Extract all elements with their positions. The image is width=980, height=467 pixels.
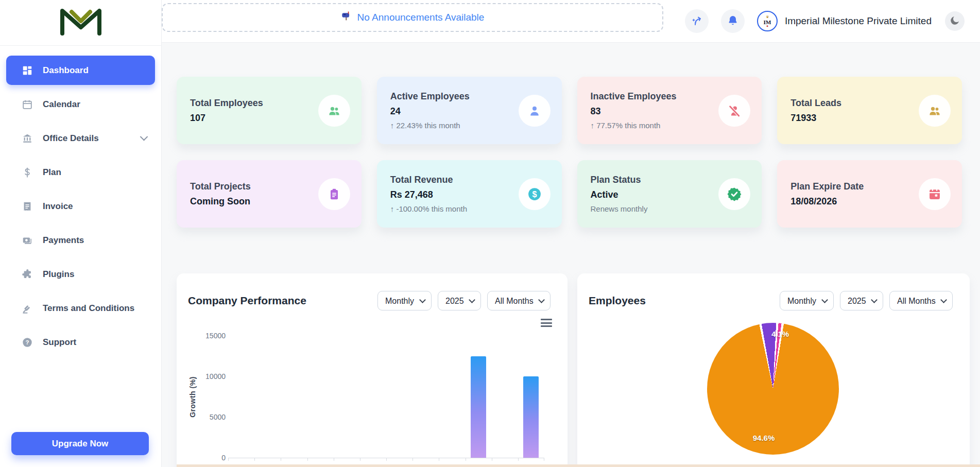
- performance-filter-all-months[interactable]: All Months: [487, 291, 551, 310]
- bar-chart-plot-area: [228, 336, 544, 458]
- y-axis-tick: 5000: [195, 413, 226, 421]
- green-m-monogram-logo: [56, 6, 106, 40]
- upgrade-now-button[interactable]: Upgrade Now: [11, 432, 149, 455]
- pie-slice-label: 4.1%: [771, 330, 789, 338]
- dark-mode-toggle[interactable]: [945, 11, 965, 31]
- stat-card-inactive-employees: Inactive Employees 83 ↑ 77.57% this mont…: [577, 77, 762, 144]
- company-logo-avatar[interactable]: ♛ IM ◆: [757, 11, 778, 31]
- employees-title: Employees: [589, 295, 646, 307]
- sidebar-item-invoice[interactable]: Invoice: [6, 192, 155, 221]
- bank-icon: [21, 132, 33, 145]
- x-axis-tick: [254, 458, 255, 461]
- stat-card-total-employees: Total Employees 107: [177, 77, 362, 144]
- x-axis-tick: [386, 458, 387, 461]
- bell-icon: [727, 14, 739, 28]
- employees-filter-monthly[interactable]: Monthly: [780, 291, 834, 310]
- stat-card-total-projects: Total Projects Coming Soon: [177, 160, 362, 228]
- performance-filter-wrap-2025: 2025: [438, 291, 481, 310]
- sidebar-item-label: Invoice: [43, 201, 73, 212]
- sidebar-item-label: Calendar: [43, 99, 80, 110]
- payments-icon: [21, 234, 33, 247]
- sparkle-arrow-icon: [691, 14, 703, 28]
- x-axis-tick: [307, 458, 308, 461]
- employees-filter-wrap-2025: 2025: [840, 291, 883, 310]
- x-axis-tick: [360, 458, 360, 461]
- x-axis-tick: [544, 458, 544, 461]
- company-performance-card: Company Performance Monthly2025All Month…: [177, 273, 568, 467]
- topbar: No Announcements Available: [162, 0, 980, 43]
- bar-dec: [523, 376, 539, 458]
- announcement-text: No Announcements Available: [357, 12, 485, 23]
- chevron-down-icon: [140, 133, 148, 141]
- sidebar-logo: [0, 0, 161, 46]
- y-axis-tick: 0: [195, 454, 226, 462]
- stat-card-plan-expire-date: Plan Expire Date 18/08/2026: [777, 160, 962, 228]
- sparkle-arrow-button[interactable]: [685, 9, 709, 33]
- y-axis-tick: 15000: [195, 332, 226, 340]
- svg-text:◆: ◆: [766, 25, 768, 27]
- question-icon: ?: [21, 336, 33, 349]
- performance-filter-monthly[interactable]: Monthly: [377, 291, 432, 310]
- stats-grid: Total Employees 107 Active Employees 24 …: [177, 77, 962, 228]
- calendar-icon: [21, 98, 33, 111]
- stat-card-total-leads: Total Leads 71933: [777, 77, 962, 144]
- sidebar-item-calendar[interactable]: Calendar: [6, 90, 155, 119]
- sidebar-item-office-details[interactable]: Office Details: [6, 124, 155, 153]
- charts-row: Company Performance Monthly2025All Month…: [177, 273, 980, 467]
- stat-card-plan-status: Plan Status Active Renews monthly: [577, 160, 762, 228]
- calendar-solid-icon: [919, 178, 951, 210]
- employees-filter-all-months[interactable]: All Months: [889, 291, 953, 310]
- main-area: No Announcements Available: [162, 0, 980, 467]
- employees-filter-2025[interactable]: 2025: [840, 291, 883, 310]
- y-axis-label: Growth (%): [188, 376, 197, 418]
- performance-filter-wrap-monthly: Monthly: [377, 291, 432, 310]
- cutoff-content-strip: [177, 464, 980, 467]
- dollar-icon: [21, 166, 33, 179]
- employees-filters: Monthly2025All Months: [780, 291, 953, 310]
- x-axis-tick: [466, 458, 466, 461]
- sidebar-item-support[interactable]: ? Support: [6, 327, 155, 357]
- people-icon: [318, 95, 350, 127]
- x-axis-tick: [334, 458, 334, 461]
- employees-card: Employees Monthly2025All Months 4.1% 94.…: [577, 273, 970, 467]
- x-axis-tick: [228, 458, 229, 461]
- svg-text:♛: ♛: [766, 15, 769, 19]
- sidebar: Dashboard Calendar Office Details Plan I…: [0, 0, 162, 467]
- invoice-icon: [21, 200, 33, 213]
- puzzle-icon: [21, 268, 33, 281]
- topbar-actions: ♛ IM ◆ Imperial Milestone Private Limite…: [673, 0, 980, 42]
- stat-card-active-employees: Active Employees 24 ↑ 22.43% this month: [377, 77, 562, 144]
- svg-text:$: $: [532, 189, 537, 198]
- y-axis-tick: 10000: [195, 372, 226, 380]
- sidebar-item-dashboard[interactable]: Dashboard: [6, 56, 155, 85]
- dashboard-grid-icon: [21, 64, 33, 77]
- sidebar-item-payments[interactable]: Payments: [6, 226, 155, 255]
- sidebar-item-plan[interactable]: Plan: [6, 158, 155, 187]
- x-axis-tick: [281, 458, 281, 461]
- pie-slice-label: 94.6%: [753, 434, 775, 442]
- dashboard-app: Dashboard Calendar Office Details Plan I…: [0, 0, 980, 467]
- company-name: Imperial Milestone Private Limited: [785, 15, 932, 27]
- sidebar-item-label: Dashboard: [43, 65, 89, 76]
- x-axis-tick: [412, 458, 413, 461]
- gavel-icon: [21, 302, 33, 315]
- employees-filter-wrap-monthly: Monthly: [780, 291, 834, 310]
- svg-text:?: ?: [26, 339, 29, 345]
- sidebar-item-label: Office Details: [43, 133, 99, 144]
- sidebar-item-plugins[interactable]: Plugins: [6, 260, 155, 289]
- employees-header: Employees Monthly2025All Months: [577, 273, 970, 310]
- badge-check-icon: [718, 178, 750, 210]
- performance-filter-wrap-all-months: All Months: [487, 291, 551, 310]
- person-slash-icon: [718, 95, 750, 127]
- dashboard-content: Total Employees 107 Active Employees 24 …: [162, 43, 980, 467]
- people-icon: [919, 95, 951, 127]
- performance-filter-2025[interactable]: 2025: [438, 291, 481, 310]
- company-performance-header: Company Performance Monthly2025All Month…: [177, 273, 568, 310]
- sidebar-item-terms-and-conditions[interactable]: Terms and Conditions: [6, 293, 155, 323]
- sidebar-item-label: Payments: [43, 235, 84, 246]
- bar-oct: [471, 356, 486, 458]
- hamburger-menu-icon[interactable]: [541, 319, 552, 329]
- moon-icon: [949, 15, 960, 28]
- announcement-banner: No Announcements Available: [162, 3, 663, 32]
- notifications-bell-button[interactable]: [721, 9, 745, 33]
